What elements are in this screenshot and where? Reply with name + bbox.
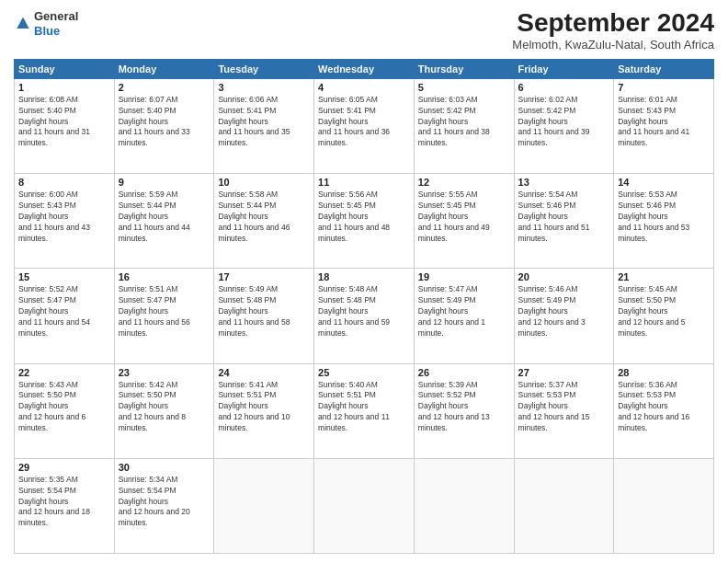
day-header: Sunday bbox=[15, 59, 115, 78]
day-info: Sunrise: 5:34 AM Sunset: 5:54 PM Dayligh… bbox=[119, 475, 210, 529]
day-info: Sunrise: 5:41 AM Sunset: 5:51 PM Dayligh… bbox=[218, 380, 310, 434]
day-info: Sunrise: 5:53 AM Sunset: 5:46 PM Dayligh… bbox=[618, 190, 710, 244]
calendar-day-cell: 24 Sunrise: 5:41 AM Sunset: 5:51 PM Dayl… bbox=[214, 363, 314, 458]
day-header: Wednesday bbox=[314, 59, 415, 78]
day-info: Sunrise: 6:08 AM Sunset: 5:40 PM Dayligh… bbox=[18, 95, 110, 149]
day-info: Sunrise: 5:49 AM Sunset: 5:48 PM Dayligh… bbox=[218, 284, 310, 339]
day-number: 6 bbox=[518, 82, 610, 93]
calendar-header-row: SundayMondayTuesdayWednesdayThursdayFrid… bbox=[15, 59, 714, 78]
day-header: Thursday bbox=[414, 59, 514, 78]
title-area: September 2024 Melmoth, KwaZulu-Natal, S… bbox=[512, 9, 714, 52]
day-info: Sunrise: 5:52 AM Sunset: 5:47 PM Dayligh… bbox=[18, 284, 110, 339]
calendar-day-cell: 6 Sunrise: 6:02 AM Sunset: 5:42 PM Dayli… bbox=[514, 78, 614, 173]
day-info: Sunrise: 5:48 AM Sunset: 5:48 PM Dayligh… bbox=[318, 284, 410, 339]
day-number: 22 bbox=[18, 367, 110, 378]
svg-marker-0 bbox=[17, 17, 28, 29]
calendar-day-cell: 14 Sunrise: 5:53 AM Sunset: 5:46 PM Dayl… bbox=[614, 174, 714, 269]
day-info: Sunrise: 6:05 AM Sunset: 5:41 PM Dayligh… bbox=[318, 95, 410, 149]
day-number: 20 bbox=[518, 271, 610, 282]
day-info: Sunrise: 5:45 AM Sunset: 5:50 PM Dayligh… bbox=[618, 284, 710, 339]
day-info: Sunrise: 5:55 AM Sunset: 5:45 PM Dayligh… bbox=[418, 190, 510, 244]
calendar-day-cell: 23 Sunrise: 5:42 AM Sunset: 5:50 PM Dayl… bbox=[114, 363, 214, 458]
day-header: Tuesday bbox=[214, 59, 314, 78]
day-info: Sunrise: 5:43 AM Sunset: 5:50 PM Dayligh… bbox=[18, 380, 110, 434]
calendar-table: SundayMondayTuesdayWednesdayThursdayFrid… bbox=[14, 59, 714, 554]
calendar-day-cell: 29 Sunrise: 5:35 AM Sunset: 5:54 PM Dayl… bbox=[15, 458, 115, 553]
logo-icon bbox=[14, 15, 32, 33]
day-number: 16 bbox=[119, 271, 210, 282]
day-number: 15 bbox=[18, 271, 110, 282]
calendar-week-row: 15 Sunrise: 5:52 AM Sunset: 5:47 PM Dayl… bbox=[15, 269, 714, 363]
calendar-day-cell bbox=[414, 458, 514, 553]
calendar-day-cell: 25 Sunrise: 5:40 AM Sunset: 5:51 PM Dayl… bbox=[314, 363, 415, 458]
calendar-day-cell: 9 Sunrise: 5:59 AM Sunset: 5:44 PM Dayli… bbox=[114, 174, 214, 269]
day-info: Sunrise: 5:46 AM Sunset: 5:49 PM Dayligh… bbox=[518, 284, 610, 339]
calendar-day-cell: 17 Sunrise: 5:49 AM Sunset: 5:48 PM Dayl… bbox=[214, 269, 314, 363]
day-info: Sunrise: 5:47 AM Sunset: 5:49 PM Dayligh… bbox=[418, 284, 510, 339]
logo-text: General Blue bbox=[34, 9, 78, 38]
calendar-day-cell: 22 Sunrise: 5:43 AM Sunset: 5:50 PM Dayl… bbox=[15, 363, 115, 458]
header: General Blue September 2024 Melmoth, Kwa… bbox=[14, 9, 714, 52]
day-info: Sunrise: 5:54 AM Sunset: 5:46 PM Dayligh… bbox=[518, 190, 610, 244]
calendar-day-cell: 20 Sunrise: 5:46 AM Sunset: 5:49 PM Dayl… bbox=[514, 269, 614, 363]
day-number: 28 bbox=[618, 367, 710, 378]
calendar-day-cell: 10 Sunrise: 5:58 AM Sunset: 5:44 PM Dayl… bbox=[214, 174, 314, 269]
day-number: 21 bbox=[618, 271, 710, 282]
day-number: 27 bbox=[518, 367, 610, 378]
day-number: 23 bbox=[119, 367, 210, 378]
day-info: Sunrise: 5:56 AM Sunset: 5:45 PM Dayligh… bbox=[318, 190, 410, 244]
calendar-day-cell bbox=[514, 458, 614, 553]
day-info: Sunrise: 6:01 AM Sunset: 5:43 PM Dayligh… bbox=[618, 95, 710, 149]
calendar-day-cell bbox=[214, 458, 314, 553]
logo-general: General bbox=[34, 9, 78, 23]
calendar-day-cell: 13 Sunrise: 5:54 AM Sunset: 5:46 PM Dayl… bbox=[514, 174, 614, 269]
calendar-day-cell: 26 Sunrise: 5:39 AM Sunset: 5:52 PM Dayl… bbox=[414, 363, 514, 458]
day-number: 8 bbox=[18, 177, 110, 188]
calendar-day-cell: 19 Sunrise: 5:47 AM Sunset: 5:49 PM Dayl… bbox=[414, 269, 514, 363]
day-info: Sunrise: 6:03 AM Sunset: 5:42 PM Dayligh… bbox=[418, 95, 510, 149]
day-info: Sunrise: 5:51 AM Sunset: 5:47 PM Dayligh… bbox=[119, 284, 210, 339]
page: General Blue September 2024 Melmoth, Kwa… bbox=[0, 0, 728, 563]
day-number: 26 bbox=[418, 367, 510, 378]
calendar-week-row: 8 Sunrise: 6:00 AM Sunset: 5:43 PM Dayli… bbox=[15, 174, 714, 269]
day-info: Sunrise: 5:58 AM Sunset: 5:44 PM Dayligh… bbox=[218, 190, 310, 244]
day-info: Sunrise: 5:42 AM Sunset: 5:50 PM Dayligh… bbox=[119, 380, 210, 434]
day-number: 7 bbox=[618, 82, 710, 93]
calendar-day-cell: 4 Sunrise: 6:05 AM Sunset: 5:41 PM Dayli… bbox=[314, 78, 415, 173]
calendar-day-cell: 30 Sunrise: 5:34 AM Sunset: 5:54 PM Dayl… bbox=[114, 458, 214, 553]
day-number: 30 bbox=[119, 462, 210, 473]
calendar-day-cell: 16 Sunrise: 5:51 AM Sunset: 5:47 PM Dayl… bbox=[114, 269, 214, 363]
calendar-day-cell: 7 Sunrise: 6:01 AM Sunset: 5:43 PM Dayli… bbox=[614, 78, 714, 173]
day-info: Sunrise: 6:02 AM Sunset: 5:42 PM Dayligh… bbox=[518, 95, 610, 149]
calendar-day-cell: 18 Sunrise: 5:48 AM Sunset: 5:48 PM Dayl… bbox=[314, 269, 415, 363]
calendar-week-row: 29 Sunrise: 5:35 AM Sunset: 5:54 PM Dayl… bbox=[15, 458, 714, 553]
day-info: Sunrise: 6:06 AM Sunset: 5:41 PM Dayligh… bbox=[218, 95, 310, 149]
calendar-day-cell bbox=[614, 458, 714, 553]
day-info: Sunrise: 5:40 AM Sunset: 5:51 PM Dayligh… bbox=[318, 380, 410, 434]
day-info: Sunrise: 5:37 AM Sunset: 5:53 PM Dayligh… bbox=[518, 380, 610, 434]
calendar-day-cell: 28 Sunrise: 5:36 AM Sunset: 5:53 PM Dayl… bbox=[614, 363, 714, 458]
day-number: 3 bbox=[218, 82, 310, 93]
calendar-day-cell: 2 Sunrise: 6:07 AM Sunset: 5:40 PM Dayli… bbox=[114, 78, 214, 173]
day-number: 1 bbox=[18, 82, 110, 93]
day-number: 29 bbox=[18, 462, 110, 473]
day-info: Sunrise: 5:36 AM Sunset: 5:53 PM Dayligh… bbox=[618, 380, 710, 434]
day-number: 17 bbox=[218, 271, 310, 282]
day-number: 25 bbox=[318, 367, 410, 378]
calendar-week-row: 22 Sunrise: 5:43 AM Sunset: 5:50 PM Dayl… bbox=[15, 363, 714, 458]
day-number: 2 bbox=[119, 82, 210, 93]
logo: General Blue bbox=[14, 9, 78, 38]
day-header: Monday bbox=[114, 59, 214, 78]
calendar-day-cell: 3 Sunrise: 6:06 AM Sunset: 5:41 PM Dayli… bbox=[214, 78, 314, 173]
calendar-day-cell: 27 Sunrise: 5:37 AM Sunset: 5:53 PM Dayl… bbox=[514, 363, 614, 458]
logo-blue: Blue bbox=[34, 24, 60, 38]
day-number: 14 bbox=[618, 177, 710, 188]
day-info: Sunrise: 6:00 AM Sunset: 5:43 PM Dayligh… bbox=[18, 190, 110, 244]
day-info: Sunrise: 5:35 AM Sunset: 5:54 PM Dayligh… bbox=[18, 475, 110, 529]
day-number: 13 bbox=[518, 177, 610, 188]
calendar-day-cell: 1 Sunrise: 6:08 AM Sunset: 5:40 PM Dayli… bbox=[15, 78, 115, 173]
day-number: 11 bbox=[318, 177, 410, 188]
month-title: September 2024 bbox=[512, 9, 714, 38]
day-number: 10 bbox=[218, 177, 310, 188]
day-number: 9 bbox=[119, 177, 210, 188]
